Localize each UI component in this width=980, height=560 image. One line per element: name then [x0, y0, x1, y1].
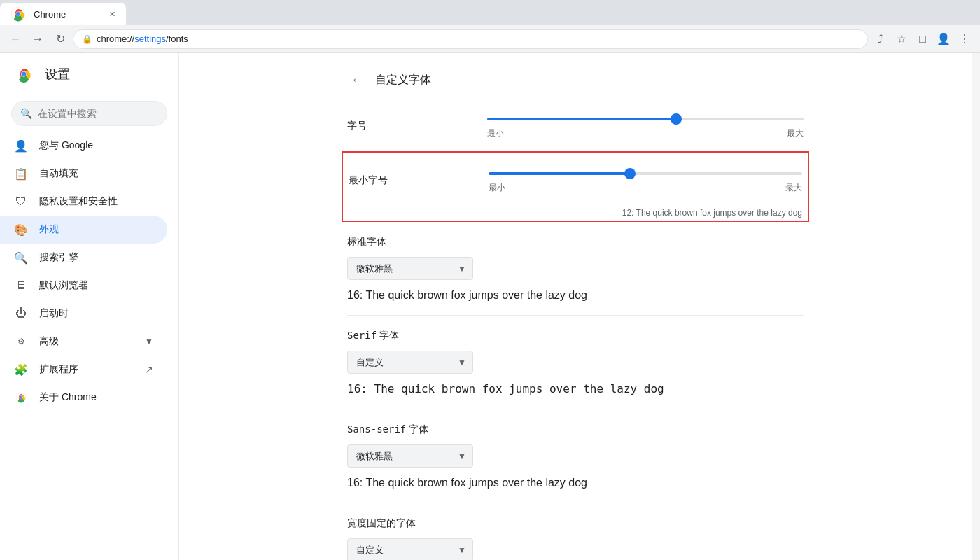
search-bar[interactable]: 🔍 [11, 101, 167, 126]
sans-serif-font-preview: 16: The quick brown fox jumps over the l… [347, 475, 804, 491]
sidebar-header: 设置 [0, 53, 178, 95]
active-tab[interactable]: Chrome ✕ [0, 3, 126, 25]
chevron-down-icon: ▼ [145, 337, 153, 346]
window-icon: □ [919, 33, 926, 46]
sans-serif-font-section: Sans-serif 字体 微软雅黑 黑体 Arial ▼ 16: The qu… [347, 410, 804, 503]
serif-font-preview: 16: The quick brown fox jumps over the l… [347, 381, 804, 398]
bookmark-button[interactable]: ☆ [892, 29, 911, 49]
nav-label-search: 搜索引擎 [39, 251, 153, 264]
sidebar: 设置 🔍 👤 您与 Google 📋 自动填充 🛡 隐私设置和安全性 [0, 53, 179, 560]
min-font-size-max-label: 最大 [785, 182, 802, 194]
account-button[interactable]: 👤 [934, 29, 953, 49]
address-bar[interactable]: 🔒 chrome://settings/fonts [73, 29, 868, 49]
share-button[interactable]: ⤴ [871, 29, 890, 49]
font-size-label: 字号 [347, 120, 487, 132]
fixed-font-select[interactable]: 自定义 Courier New Consolas [347, 538, 473, 560]
sidebar-item-google[interactable]: 👤 您与 Google [0, 132, 167, 160]
sidebar-item-appearance[interactable]: 🎨 外观 [0, 216, 167, 244]
font-size-slider-track [487, 112, 804, 126]
tab-favicon [8, 4, 28, 24]
sidebar-item-browser[interactable]: 🖥 默认浏览器 [0, 272, 167, 300]
menu-button[interactable]: ⋮ [955, 29, 974, 49]
autofill-icon: 📋 [14, 167, 28, 181]
sidebar-item-advanced[interactable]: ⚙ 高级 ▼ [0, 328, 167, 356]
font-size-slider-container: 最小 最大 [487, 112, 804, 139]
standard-font-label: 标准字体 [347, 236, 804, 248]
standard-font-select[interactable]: 微软雅黑 宋体 Arial [347, 257, 473, 280]
nav-label-appearance: 外观 [39, 223, 153, 236]
min-font-size-slider[interactable] [489, 172, 802, 175]
font-size-max-label: 最大 [787, 127, 804, 139]
search-icon: 🔍 [20, 108, 32, 119]
sidebar-item-startup[interactable]: ⏻ 启动时 [0, 300, 167, 328]
sidebar-item-privacy[interactable]: 🛡 隐私设置和安全性 [0, 188, 167, 216]
window-button[interactable]: □ [913, 29, 932, 49]
sans-serif-label-suffix: 字体 [409, 424, 428, 435]
serif-font-section: Serif 字体 自定义 宋体 Georgia ▼ 16: The quick … [347, 316, 804, 410]
font-size-slider[interactable] [487, 118, 804, 120]
refresh-icon: ↻ [56, 32, 65, 46]
standard-font-section: 标准字体 微软雅黑 宋体 Arial ▼ 16: The quick brown… [347, 222, 804, 316]
sans-serif-font-select[interactable]: 微软雅黑 黑体 Arial [347, 444, 473, 468]
navigation-bar: ← → ↻ 🔒 chrome://settings/fonts ⤴ ☆ □ [0, 25, 980, 53]
chrome-logo [14, 64, 34, 84]
sans-serif-label-prefix: Sans-serif [347, 424, 406, 435]
back-button[interactable]: ← [347, 70, 367, 90]
serif-font-select[interactable]: 自定义 宋体 Georgia [347, 351, 473, 374]
main-content: ← 自定义字体 字号 最 [179, 53, 972, 560]
shield-icon: 🛡 [14, 195, 28, 209]
min-font-size-min-label: 最小 [489, 182, 505, 194]
min-font-size-slider-track [489, 167, 802, 181]
nav-label-google: 您与 Google [39, 139, 153, 152]
min-font-size-slider-container: 最小 最大 [489, 167, 802, 194]
share-icon: ⤴ [878, 33, 883, 46]
nav-actions: ⤴ ☆ □ 👤 ⋮ [871, 29, 974, 49]
min-font-size-control: 最小 最大 [489, 167, 802, 194]
font-size-slider-labels: 最小 最大 [487, 127, 804, 139]
sidebar-item-search[interactable]: 🔍 搜索引擎 [0, 244, 167, 272]
forward-icon: → [32, 33, 43, 46]
forward-button[interactable]: → [28, 29, 48, 49]
search-icon: 🔍 [14, 251, 28, 265]
search-input[interactable] [38, 108, 160, 119]
nav-label-advanced: 高级 [39, 335, 59, 348]
nav-label-extensions: 扩展程序 [39, 363, 134, 376]
min-font-size-preview: 12: The quick brown fox jumps over the l… [349, 208, 802, 218]
serif-font-select-wrapper: 自定义 宋体 Georgia ▼ [347, 351, 473, 374]
svg-point-3 [22, 72, 27, 77]
nav-label-privacy: 隐私设置和安全性 [39, 195, 153, 208]
font-size-control: 最小 最大 [487, 112, 804, 139]
min-font-size-slider-labels: 最小 最大 [489, 182, 802, 194]
url-text: chrome://settings/fonts [97, 34, 859, 44]
sidebar-item-extensions[interactable]: 🧩 扩展程序 ↗ [0, 356, 167, 384]
url-prefix: chrome:// [97, 34, 134, 44]
svg-point-5 [20, 396, 22, 399]
scrollbar-area [972, 53, 980, 560]
browser-window: Chrome ✕ ← → ↻ 🔒 chrome://settings/fonts… [0, 0, 980, 560]
sidebar-item-autofill[interactable]: 📋 自动填充 [0, 160, 167, 188]
serif-label-prefix: Serif [347, 330, 377, 341]
tab-close-button[interactable]: ✕ [106, 8, 118, 20]
sans-serif-font-select-wrapper: 微软雅黑 黑体 Arial ▼ [347, 444, 473, 468]
fixed-font-select-wrapper: 自定义 Courier New Consolas ▼ [347, 538, 473, 560]
sidebar-title: 设置 [45, 66, 70, 83]
font-size-section: 字号 最小 最大 [347, 101, 804, 151]
back-arrow-icon: ← [351, 73, 363, 88]
monitor-icon: 🖥 [14, 279, 28, 293]
font-size-row: 字号 最小 最大 [347, 101, 804, 151]
content-area: ← 自定义字体 字号 最 [330, 53, 820, 560]
refresh-button[interactable]: ↻ [50, 29, 70, 49]
star-icon: ☆ [897, 32, 906, 46]
serif-label-suffix: 字体 [379, 330, 399, 341]
standard-font-select-wrapper: 微软雅黑 宋体 Arial ▼ [347, 257, 473, 280]
search-container: 🔍 [0, 95, 178, 132]
back-button[interactable]: ← [6, 29, 25, 49]
url-suffix: /fonts [166, 34, 188, 44]
fixed-font-label: 宽度固定的字体 [347, 517, 804, 530]
back-icon: ← [10, 33, 21, 46]
sidebar-item-about[interactable]: 关于 Chrome [0, 384, 167, 412]
chrome-about-icon [14, 391, 28, 405]
font-size-min-label: 最小 [487, 127, 504, 139]
nav-label-autofill: 自动填充 [39, 167, 153, 180]
puzzle-icon: 🧩 [14, 363, 28, 377]
